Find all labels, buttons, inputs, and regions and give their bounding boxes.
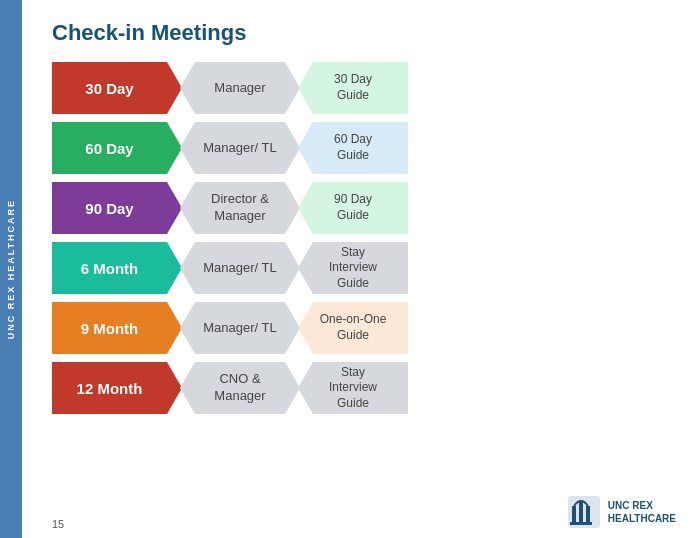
sidebar-text: UNC REX HEALTHCARE <box>6 199 16 339</box>
row-9month-mid-arrow: Manager/ TL <box>180 302 300 354</box>
main-content: Check-in Meetings 30 DayManager30 Day Gu… <box>22 0 696 538</box>
svg-rect-1 <box>572 506 576 522</box>
arrow-row-row-30day: 30 DayManager30 Day Guide <box>52 62 666 114</box>
row-6month-mid-arrow: Manager/ TL <box>180 242 300 294</box>
svg-rect-2 <box>579 502 583 522</box>
page-title: Check-in Meetings <box>52 20 666 46</box>
arrow-row-row-6month: 6 MonthManager/ TLStay Interview Guide <box>52 242 666 294</box>
row-12month-last-arrow: Stay Interview Guide <box>298 362 408 414</box>
row-90day-first-arrow: 90 Day <box>52 182 182 234</box>
row-9month-first-arrow: 9 Month <box>52 302 182 354</box>
arrow-row-row-60day: 60 DayManager/ TL60 Day Guide <box>52 122 666 174</box>
row-6month-first-arrow: 6 Month <box>52 242 182 294</box>
row-60day-last-arrow: 60 Day Guide <box>298 122 408 174</box>
arrow-row-row-90day: 90 DayDirector & Manager90 Day Guide <box>52 182 666 234</box>
row-60day-mid-arrow: Manager/ TL <box>180 122 300 174</box>
logo-line1: UNC REX <box>608 499 676 512</box>
arrow-row-row-9month: 9 MonthManager/ TLOne-on-One Guide <box>52 302 666 354</box>
row-90day-last-arrow: 90 Day Guide <box>298 182 408 234</box>
logo-text: UNC REX HEALTHCARE <box>608 499 676 525</box>
svg-rect-3 <box>586 506 590 522</box>
arrow-row-row-12month: 12 MonthCNO & ManagerStay Interview Guid… <box>52 362 666 414</box>
page-number: 15 <box>52 518 64 530</box>
row-6month-last-arrow: Stay Interview Guide <box>298 242 408 294</box>
row-30day-first-arrow: 30 Day <box>52 62 182 114</box>
svg-rect-4 <box>570 522 592 525</box>
row-9month-last-arrow: One-on-One Guide <box>298 302 408 354</box>
row-90day-mid-arrow: Director & Manager <box>180 182 300 234</box>
row-30day-last-arrow: 30 Day Guide <box>298 62 408 114</box>
logo-line2: HEALTHCARE <box>608 512 676 525</box>
row-12month-first-arrow: 12 Month <box>52 362 182 414</box>
row-30day-mid-arrow: Manager <box>180 62 300 114</box>
rows-container: 30 DayManager30 Day Guide60 DayManager/ … <box>52 62 666 414</box>
unc-rex-logo-icon <box>566 494 602 530</box>
sidebar: UNC REX HEALTHCARE <box>0 0 22 538</box>
row-60day-first-arrow: 60 Day <box>52 122 182 174</box>
logo-area: UNC REX HEALTHCARE <box>566 494 676 530</box>
row-12month-mid-arrow: CNO & Manager <box>180 362 300 414</box>
